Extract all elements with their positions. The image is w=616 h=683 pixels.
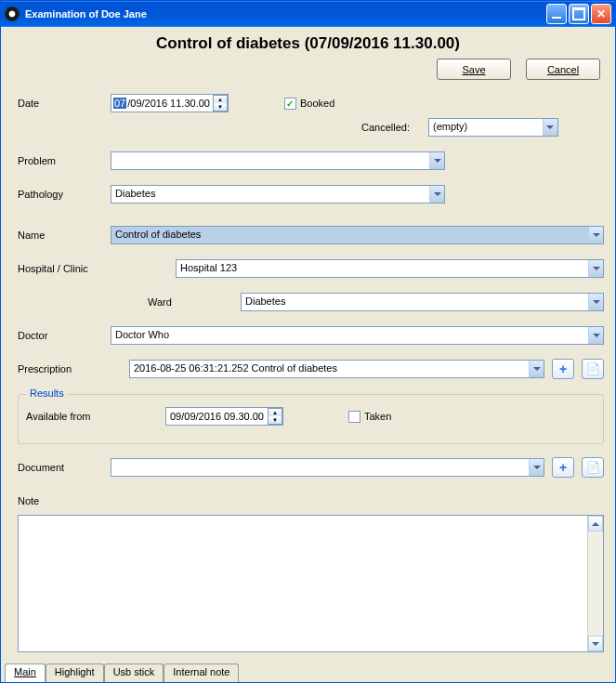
note-label: Note xyxy=(18,495,111,506)
chevron-down-icon[interactable] xyxy=(429,152,444,169)
scroll-down-button[interactable] xyxy=(588,636,603,651)
document-label: Document xyxy=(18,462,111,473)
tab-internal[interactable]: Internal note xyxy=(164,663,239,682)
document-select[interactable] xyxy=(111,458,544,477)
available-spin-up[interactable]: ▲ xyxy=(269,409,282,416)
prescription-doc-button[interactable] xyxy=(582,359,604,379)
tab-main[interactable]: Main xyxy=(5,663,46,682)
chevron-down-icon[interactable] xyxy=(429,186,444,203)
chevron-down-icon[interactable] xyxy=(588,327,603,344)
booked-label: Booked xyxy=(300,98,334,109)
availablefrom-label: Available from xyxy=(26,411,165,422)
save-button[interactable]: Save xyxy=(437,59,511,80)
date-field[interactable]: 07/09/2016 11.30.00 xyxy=(111,97,213,110)
problem-label: Problem xyxy=(18,155,111,166)
doctor-select[interactable]: Doctor Who xyxy=(111,326,604,345)
problem-select[interactable] xyxy=(111,151,445,170)
chevron-down-icon[interactable] xyxy=(543,119,557,136)
prescription-select[interactable]: 2016-08-25 06:31:21.252 Control of diabe… xyxy=(129,360,544,378)
minimize-button[interactable] xyxy=(546,4,567,24)
name-select[interactable]: Control of diabetes xyxy=(111,226,604,244)
note-scrollbar[interactable] xyxy=(587,516,603,651)
results-legend: Results xyxy=(26,387,68,399)
doctor-label: Doctor xyxy=(18,330,111,341)
maximize-button[interactable] xyxy=(569,4,589,24)
taken-label: Taken xyxy=(364,411,391,422)
document-add-button[interactable] xyxy=(552,457,574,478)
titlebar[interactable]: Examination of Doe Jane xyxy=(1,1,615,27)
ward-label: Ward xyxy=(148,296,241,308)
document-doc-button[interactable] xyxy=(582,457,604,478)
examination-window: Examination of Doe Jane Control of diabe… xyxy=(0,0,616,683)
page-title: Control of diabetes (07/09/2016 11.30.00… xyxy=(1,27,615,59)
chevron-down-icon[interactable] xyxy=(588,260,603,277)
tab-bar: Main Highlight Usb stick Internal note xyxy=(1,662,615,682)
date-spin-up[interactable]: ▲ xyxy=(214,96,227,103)
available-date-spinner[interactable]: ▲ ▼ xyxy=(268,408,282,425)
scroll-track[interactable] xyxy=(588,532,603,636)
hospital-label: Hospital / Clinic xyxy=(18,263,111,274)
booked-checkbox[interactable] xyxy=(284,98,296,110)
cancelled-label: Cancelled: xyxy=(361,122,410,133)
cancelled-select[interactable]: (empty) xyxy=(428,118,558,137)
ward-select[interactable]: Diabetes xyxy=(241,293,604,311)
chevron-down-icon[interactable] xyxy=(588,294,603,310)
tab-highlight[interactable]: Highlight xyxy=(46,663,104,682)
note-textarea[interactable] xyxy=(18,515,604,652)
tab-usb[interactable]: Usb stick xyxy=(104,663,164,682)
chevron-down-icon[interactable] xyxy=(529,361,544,377)
hospital-select[interactable]: Hospital 123 xyxy=(176,259,604,278)
date-spinner[interactable]: ▲ ▼ xyxy=(213,95,228,112)
chevron-down-icon[interactable] xyxy=(529,459,544,476)
pathology-select[interactable]: Diabetes xyxy=(111,185,445,204)
app-icon xyxy=(5,7,20,21)
prescription-add-button[interactable] xyxy=(552,359,574,379)
window-title: Examination of Doe Jane xyxy=(25,8,546,20)
close-button[interactable] xyxy=(591,4,611,24)
chevron-down-icon[interactable] xyxy=(588,227,603,243)
cancel-button[interactable]: Cancel xyxy=(526,59,600,80)
scroll-up-button[interactable] xyxy=(588,516,603,532)
available-spin-down[interactable]: ▼ xyxy=(269,416,282,424)
date-spin-down[interactable]: ▼ xyxy=(214,103,227,111)
results-group: Results Available from 09/09/2016 09.30.… xyxy=(18,394,604,444)
date-label: Date xyxy=(18,98,111,109)
prescription-label: Prescription xyxy=(18,363,129,374)
available-date-field[interactable]: 09/09/2016 09.30.00 xyxy=(166,410,268,423)
taken-checkbox[interactable] xyxy=(348,411,360,423)
pathology-label: Pathology xyxy=(18,189,111,200)
name-label: Name xyxy=(18,230,111,241)
